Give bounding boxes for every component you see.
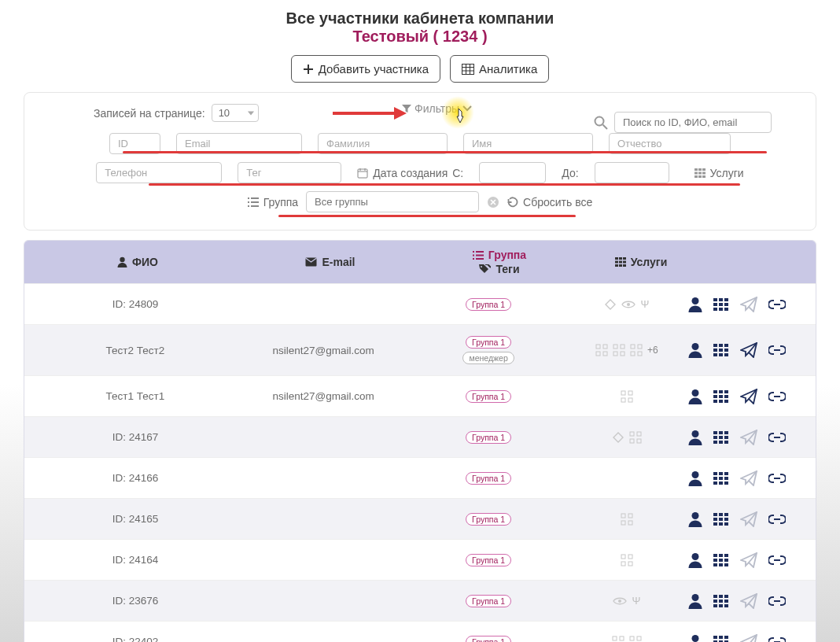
th-tags[interactable]: Теги (479, 263, 519, 275)
cell-services: Ψ (566, 298, 688, 311)
group-badge[interactable]: Группа 1 (466, 554, 511, 566)
services-grid-button[interactable] (713, 298, 729, 311)
qr-icon[interactable] (630, 344, 643, 356)
send-button[interactable] (740, 430, 757, 445)
filter-date-from-input[interactable] (479, 162, 546, 183)
svg-rect-22 (619, 261, 622, 264)
link-button[interactable] (768, 345, 786, 356)
user-profile-button[interactable] (688, 430, 702, 445)
filter-group-select[interactable] (306, 191, 479, 212)
psi-icon[interactable]: Ψ (640, 298, 649, 310)
qr-icon[interactable] (612, 636, 624, 643)
eye-icon[interactable] (621, 300, 636, 309)
tag-badge[interactable]: менеджер (462, 352, 514, 364)
services-grid-button[interactable] (713, 636, 729, 643)
services-grid-button[interactable] (713, 554, 729, 566)
filter-tag-input[interactable] (238, 162, 341, 183)
user-profile-button[interactable] (688, 389, 702, 404)
user-profile-button[interactable] (688, 593, 702, 609)
user-profile-button[interactable] (688, 342, 702, 358)
svg-point-102 (692, 512, 699, 519)
link-button[interactable] (768, 432, 786, 443)
clear-group-button[interactable] (487, 196, 499, 208)
user-profile-button[interactable] (688, 511, 702, 527)
services-grid-button[interactable] (713, 595, 729, 607)
group-badge[interactable]: Группа 1 (466, 513, 511, 526)
filter-phone-input[interactable] (96, 162, 222, 183)
link-button[interactable] (768, 299, 786, 310)
svg-rect-118 (719, 554, 723, 557)
reset-all-button[interactable]: Сбросить все (507, 196, 592, 208)
send-button[interactable] (740, 470, 757, 486)
send-button[interactable] (740, 634, 757, 643)
svg-rect-23 (623, 261, 626, 264)
qr-icon[interactable] (621, 513, 633, 526)
svg-rect-94 (724, 477, 728, 480)
cell-group: Группа 1 (411, 298, 565, 311)
cell-actions (688, 552, 805, 568)
link-button[interactable] (768, 473, 786, 484)
group-badge[interactable]: Группа 1 (466, 298, 511, 311)
link-button[interactable] (768, 391, 786, 402)
link-button[interactable] (768, 636, 786, 643)
svg-rect-133 (724, 600, 728, 603)
search-input[interactable] (614, 112, 772, 133)
send-button[interactable] (740, 552, 757, 568)
send-button[interactable] (740, 389, 757, 404)
services-grid-button[interactable] (713, 472, 729, 485)
table-row: ID: 23676Группа 1Ψ (24, 580, 816, 621)
group-badge[interactable]: Группа 1 (466, 636, 511, 643)
filters-toggle[interactable]: Фильтры (402, 102, 472, 115)
filter-date-to-input[interactable] (595, 162, 669, 183)
send-button[interactable] (740, 511, 757, 527)
cell-actions (688, 430, 805, 445)
group-badge[interactable]: Группа 1 (466, 431, 511, 444)
group-badge[interactable]: Группа 1 (466, 390, 511, 403)
services-grid-button[interactable] (713, 513, 729, 526)
add-participant-button[interactable]: Добавить участника (291, 55, 440, 83)
group-badge[interactable]: Группа 1 (466, 472, 511, 485)
qr-icon[interactable] (595, 344, 608, 356)
qr-icon[interactable] (621, 554, 633, 566)
filter-services-button[interactable]: Услуги (694, 167, 744, 179)
svg-rect-104 (719, 513, 723, 516)
chevron-down-icon (462, 105, 472, 113)
svg-rect-63 (628, 398, 632, 402)
services-grid-button[interactable] (713, 344, 729, 356)
th-group[interactable]: Группа (473, 249, 526, 261)
svg-point-28 (692, 297, 699, 304)
records-per-page-select[interactable]: 10 (212, 104, 259, 122)
group-badge[interactable]: Группа 1 (466, 336, 511, 349)
svg-point-2 (595, 116, 604, 125)
svg-rect-31 (724, 298, 728, 301)
services-more[interactable]: +6 (647, 345, 658, 356)
send-button[interactable] (740, 593, 757, 609)
link-button[interactable] (768, 514, 786, 525)
svg-rect-41 (603, 352, 607, 356)
eye-icon[interactable] (613, 596, 627, 606)
qr-icon[interactable] (629, 431, 642, 444)
diamond-icon[interactable] (612, 431, 624, 444)
svg-rect-25 (619, 264, 622, 267)
link-button[interactable] (768, 596, 786, 607)
services-grid-button[interactable] (713, 390, 729, 403)
th-fio: ФИО (132, 256, 158, 268)
group-badge[interactable]: Группа 1 (466, 595, 511, 607)
date-to-label: До: (562, 167, 578, 179)
diamond-icon[interactable] (604, 298, 617, 311)
user-profile-button[interactable] (688, 634, 702, 643)
analytics-button[interactable]: Аналитика (450, 55, 549, 83)
link-button[interactable] (768, 555, 786, 566)
qr-icon[interactable] (621, 390, 633, 403)
send-button[interactable] (740, 297, 757, 312)
services-grid-button[interactable] (713, 431, 729, 444)
psi-icon[interactable]: Ψ (632, 595, 640, 607)
svg-rect-46 (631, 345, 635, 349)
user-profile-button[interactable] (688, 470, 702, 486)
qr-icon[interactable] (613, 344, 625, 356)
qr-icon[interactable] (629, 636, 642, 643)
send-button[interactable] (740, 342, 757, 358)
user-profile-button[interactable] (688, 297, 702, 312)
svg-rect-95 (713, 482, 717, 485)
user-profile-button[interactable] (688, 552, 702, 568)
